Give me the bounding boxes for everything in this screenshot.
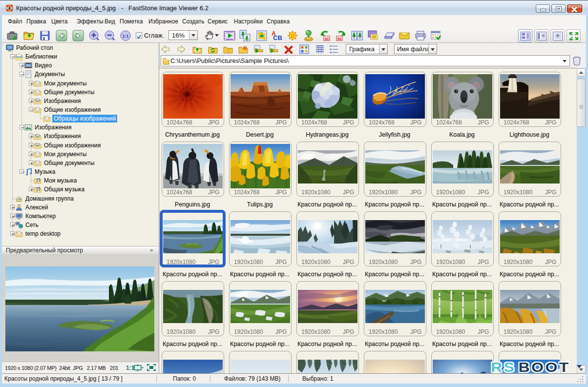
svg-text:CB: CB: [273, 34, 282, 41]
svg-text:90: 90: [337, 37, 342, 41]
svg-text:1:1: 1:1: [123, 34, 129, 39]
svg-text:90: 90: [325, 37, 329, 41]
